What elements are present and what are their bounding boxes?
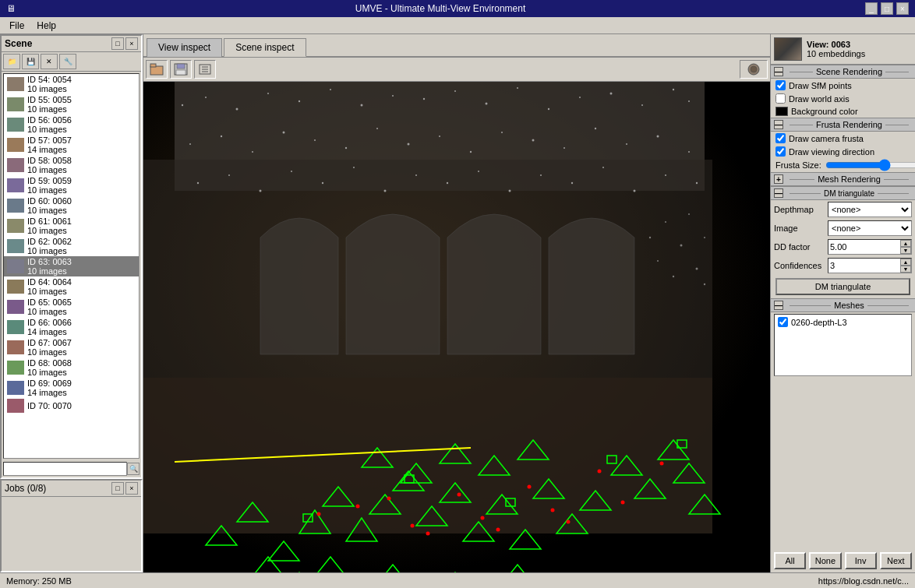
- scene-restore-button[interactable]: □: [111, 37, 124, 50]
- image-select[interactable]: <none>: [828, 220, 912, 236]
- confidences-wrapper: ▲ ▼: [828, 258, 912, 273]
- save-scene-button[interactable]: [170, 60, 192, 79]
- list-item[interactable]: ID 62: 006210 images: [4, 236, 139, 256]
- inv-button[interactable]: Inv: [845, 552, 877, 569]
- list-item[interactable]: ID 65: 006510 images: [4, 297, 139, 317]
- draw-viewing-direction-row: Draw viewing direction: [771, 145, 915, 158]
- list-item[interactable]: ID 57: 005714 images: [4, 135, 139, 155]
- jobs-close-button[interactable]: ×: [125, 482, 138, 495]
- scene-close2-button[interactable]: ✕: [41, 54, 58, 69]
- list-item[interactable]: ID 56: 005610 images: [4, 114, 139, 135]
- svg-point-66: [696, 182, 698, 184]
- frusta-size-row: Frusta Size:: [771, 158, 915, 172]
- svg-point-52: [260, 190, 262, 192]
- minimize-button[interactable]: _: [865, 2, 878, 15]
- svg-point-47: [626, 143, 627, 145]
- search-clear-button[interactable]: 🔍: [127, 463, 140, 475]
- 3d-scene: [143, 82, 770, 572]
- viewer-toolbar-left: [146, 60, 216, 79]
- scene-list[interactable]: ID 54: 005410 images ID 55: 005510 image…: [3, 73, 140, 459]
- item-label: ID 63: 006310 images: [27, 257, 72, 276]
- list-item[interactable]: ID 68: 006810 images: [4, 357, 139, 378]
- frusta-size-slider[interactable]: [825, 160, 915, 171]
- svg-rect-0: [150, 66, 163, 75]
- scene-action-button[interactable]: [194, 60, 216, 79]
- settings-button[interactable]: [740, 60, 768, 79]
- menu-help[interactable]: Help: [30, 19, 62, 33]
- dd-factor-down[interactable]: ▼: [900, 247, 911, 254]
- svg-point-36: [283, 132, 285, 134]
- svg-point-51: [228, 174, 230, 176]
- svg-point-109: [458, 493, 461, 497]
- list-item[interactable]: ID 66: 006614 images: [4, 317, 139, 337]
- scene-rendering-label: Scene Rendering: [816, 67, 882, 76]
- scene-save-button[interactable]: 💾: [22, 54, 39, 69]
- svg-point-54: [322, 182, 323, 184]
- list-item[interactable]: ID 64: 006410 images: [4, 276, 139, 297]
- none-button[interactable]: None: [809, 552, 841, 569]
- item-label: ID 57: 005714 images: [27, 136, 72, 154]
- svg-point-58: [447, 182, 448, 184]
- item-thumb: [7, 340, 24, 354]
- frusta-rendering-collapse[interactable]: —: [774, 120, 783, 129]
- scene-close-button[interactable]: ×: [125, 37, 138, 50]
- frusta-size-label: Frusta Size:: [775, 160, 822, 170]
- scene-rendering-collapse[interactable]: —: [774, 67, 783, 76]
- search-input[interactable]: [3, 462, 127, 476]
- list-item[interactable]: ID 59: 005910 images: [4, 175, 139, 195]
- all-button[interactable]: All: [774, 552, 806, 569]
- list-item[interactable]: ID 54: 005410 images: [4, 74, 139, 94]
- list-item[interactable]: ID 60: 006010 images: [4, 195, 139, 216]
- confidences-input[interactable]: [828, 259, 900, 273]
- viewport[interactable]: [143, 82, 770, 572]
- draw-world-axis-checkbox[interactable]: [775, 93, 786, 104]
- scene-reload-button[interactable]: 🔧: [59, 54, 76, 69]
- maximize-button[interactable]: □: [881, 2, 893, 15]
- tab-scene-inspect[interactable]: Scene inspect: [224, 38, 306, 57]
- mesh-rendering-expand[interactable]: +: [774, 174, 783, 184]
- svg-point-43: [501, 132, 503, 133]
- draw-camera-frusta-checkbox[interactable]: [775, 133, 786, 143]
- list-item[interactable]: ID 58: 005810 images: [4, 155, 139, 175]
- svg-point-46: [595, 128, 596, 129]
- dd-factor-up[interactable]: ▲: [900, 240, 911, 247]
- svg-point-130: [704, 283, 705, 285]
- draw-sfm-checkbox[interactable]: [775, 80, 786, 90]
- menubar: File Help: [0, 17, 915, 34]
- scene-open-button[interactable]: 📁: [3, 54, 20, 69]
- confidences-up[interactable]: ▲: [900, 259, 911, 266]
- bg-color-swatch[interactable]: [775, 107, 788, 116]
- list-item[interactable]: ID 61: 006110 images: [4, 216, 139, 236]
- draw-viewing-direction-checkbox[interactable]: [775, 146, 786, 157]
- next-button[interactable]: Next: [880, 552, 912, 569]
- section-divider7: [790, 193, 821, 194]
- mesh-item[interactable]: 0260-depth-L3: [776, 316, 910, 328]
- svg-point-25: [486, 103, 488, 105]
- list-item[interactable]: ID 70: 0070: [4, 398, 139, 414]
- jobs-restore-button[interactable]: □: [111, 482, 124, 495]
- svg-point-64: [634, 190, 636, 192]
- view-thumbnail: [774, 37, 802, 61]
- tab-view-inspect[interactable]: View inspect: [147, 38, 222, 57]
- svg-point-37: [314, 139, 316, 141]
- depthmap-select[interactable]: <none>: [828, 202, 912, 217]
- svg-point-127: [688, 213, 690, 215]
- open-scene-button[interactable]: [146, 60, 168, 79]
- svg-point-128: [696, 268, 698, 270]
- menu-file[interactable]: File: [3, 19, 30, 33]
- scene-panel: Scene □ × 📁 💾 ✕ 🔧 ID 54: 005410 images: [0, 34, 143, 479]
- dd-factor-input[interactable]: [828, 240, 900, 254]
- dm-triangulate-button[interactable]: DM triangulate: [775, 278, 910, 295]
- list-item[interactable]: ID 55: 005510 images: [4, 94, 139, 114]
- close-button[interactable]: ×: [896, 2, 909, 15]
- mesh-rendering-header: + Mesh Rendering: [771, 172, 915, 186]
- svg-point-29: [610, 93, 613, 95]
- list-item[interactable]: ID 69: 006914 images: [4, 378, 139, 398]
- list-item[interactable]: ID 67: 006710 images: [4, 337, 139, 357]
- mesh-checkbox[interactable]: [778, 317, 788, 327]
- meshes-collapse[interactable]: —: [774, 301, 783, 310]
- confidences-down[interactable]: ▼: [900, 266, 911, 273]
- list-item-selected[interactable]: ID 63: 006310 images: [4, 256, 139, 276]
- item-label: ID 68: 006810 images: [27, 358, 72, 377]
- dm-triangulate-collapse[interactable]: —: [774, 188, 783, 198]
